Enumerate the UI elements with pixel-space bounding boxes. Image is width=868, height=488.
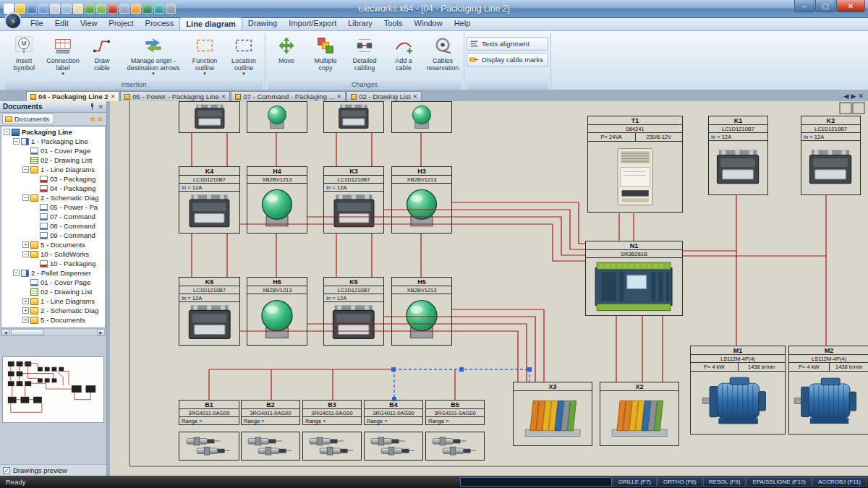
ribbon-button-texts-alignment[interactable]: Texts alignment [467,37,548,51]
tree-item-2-schematic-diag[interactable]: −2 - Schematic Diag [1,193,105,202]
tree-item-05-power-pa[interactable]: 05 - Power - Pa [1,202,105,212]
ribbon-button-display-cable-marks[interactable]: Display cable marks [467,53,548,67]
documents-category-button[interactable]: Documents [2,114,54,124]
open-icon[interactable] [15,4,25,14]
tree-item-09-command[interactable]: 09 - Command [1,231,105,240]
close-tab-icon[interactable]: ✕ [413,93,418,100]
expand-icon[interactable]: + [22,307,29,314]
tree-item-2-pallet-dispenser[interactable]: −2 - Pallet Dispenser [1,268,105,278]
document-tab-02-drawing-list[interactable]: 02 - Drawing List✕ [346,91,422,101]
menu-tab-view[interactable]: View [75,17,103,30]
wiring-layer[interactable] [110,101,868,476]
collapse-icon[interactable]: − [22,251,29,257]
ribbon-button-draw-cable[interactable]: Draw cable [83,33,121,80]
copy-icon[interactable] [119,4,129,14]
document-tab-07-command-packaging[interactable]: 07 - Command - Packaging ...✕ [231,91,346,101]
app-logo-icon[interactable]: ⚡ [4,12,22,30]
tree-item-1-packaging-line[interactable]: −1 - Packaging Line [1,137,105,146]
tree-item-02-drawing-list[interactable]: 02 - Drawing List [1,287,105,296]
ribbon-button-manage-origin-destination-arrows[interactable]: Manage origin - destination arrows▾ [122,33,184,80]
tab-scroll-icon[interactable]: ◀ [844,93,849,100]
tree-item-10-solidworks[interactable]: −10 - SolidWorks [1,249,105,259]
document-tab-05-power-packaging-line[interactable]: 05 - Power - Packaging Line✕ [120,91,230,101]
status-toggle-resol-f9[interactable]: RESOL (F9) [703,477,746,487]
favorites-star-icons[interactable]: ★★ [90,115,104,123]
tree-item-5-documents[interactable]: +5 - Documents [1,315,105,325]
close-tab-icon[interactable]: ✕ [221,93,226,100]
collapse-icon[interactable]: − [22,194,29,201]
collapse-icon[interactable]: − [13,270,20,276]
collapse-icon[interactable]: − [4,129,10,135]
ribbon-button-cables-reservation[interactable]: Cables reservation [424,33,461,80]
close-button[interactable]: ✕ [836,0,865,12]
pin-icon[interactable] [90,103,95,110]
scroll-right-icon[interactable]: ▶ [97,329,105,335]
collapse-icon[interactable]: − [22,166,29,173]
settings-icon[interactable] [166,4,176,14]
ribbon-button-move[interactable]: Move [268,33,305,80]
ribbon-button-multiple-copy[interactable]: Multiple copy [307,33,344,80]
status-toggle-epaissligne-f10[interactable]: EPAISSLIGNE (F10) [746,477,812,487]
close-all-tabs-icon[interactable]: ✕ [858,93,864,100]
tree-item-2-schematic-diag[interactable]: +2 - Schematic Diag [1,306,105,315]
menu-tab-help[interactable]: Help [448,17,477,30]
menu-tab-file[interactable]: File [25,17,49,30]
paste-icon[interactable] [131,4,141,14]
mail-icon[interactable] [73,4,83,14]
tree-item-08-command[interactable]: 08 - Command [1,221,105,231]
redo-icon[interactable] [96,4,106,14]
checkbox-checked-icon[interactable]: ✓ [3,467,10,474]
tree-item-04-packaging[interactable]: 04 - Packaging [1,184,105,193]
expand-icon[interactable]: + [22,317,29,323]
menu-tab-drawing[interactable]: Drawing [242,17,283,30]
menu-tab-process[interactable]: Process [140,17,180,30]
menu-tab-library[interactable]: Library [342,17,378,30]
tree-item-10-packaging[interactable]: 10 - Packaging [1,259,105,268]
expand-icon[interactable]: + [22,241,29,248]
print-icon[interactable] [50,4,60,14]
scrollbar-thumb[interactable] [11,329,44,335]
save-icon[interactable] [27,4,37,14]
menu-tab-line-diagram[interactable]: Line diagram [179,17,242,30]
drawings-preview-thumbnail[interactable] [2,356,104,423]
tree-item-1-line-diagrams[interactable]: −1 - Line Diagrams [1,165,105,174]
panel-close-icon[interactable]: ✕ [98,103,103,111]
drawings-preview-toggle[interactable]: ✓ Drawings preview [0,464,106,476]
document-tab-04-packaging-line-2[interactable]: 04 - Packaging Line 2✕ [26,91,119,101]
menu-tab-import-export[interactable]: Import/Export [283,17,342,30]
undo-icon[interactable] [85,4,95,14]
print-preview-icon[interactable] [61,4,72,14]
scroll-left-icon[interactable]: ◀ [1,329,9,335]
tree-item-03-packaging[interactable]: 03 - Packaging [1,174,105,184]
tree-item-packaging-line[interactable]: −Packaging Line [1,127,105,137]
cut-icon[interactable] [108,4,118,14]
tree-item-02-drawing-list[interactable]: 02 - Drawing List [1,155,105,165]
tree-item-5-documents[interactable]: +5 - Documents [1,240,105,249]
refresh-icon[interactable] [154,4,164,14]
menu-tab-project[interactable]: Project [103,17,139,30]
save-all-icon[interactable] [38,4,48,14]
ribbon-button-add-a-cable[interactable]: Add a cable [385,33,422,80]
expand-icon[interactable]: + [22,298,29,304]
menu-tab-tools[interactable]: Tools [378,17,409,30]
drawing-canvas[interactable]: K4LC1D1210B7In = 12AH4XB2BV1213K3LC1D121… [110,101,868,476]
menu-tab-window[interactable]: Window [409,17,448,30]
title-bar[interactable]: elecworks x64 - [04 - Packaging Line 2] … [0,0,868,18]
tree-item-1-line-diagrams[interactable]: +1 - Line Diagrams [1,296,105,306]
ribbon-button-insert-symbol[interactable]: MInsert Symbol [5,33,43,80]
status-toggle-accrobj-f11[interactable]: ACCROBJ (F11) [812,477,867,487]
tree-horizontal-scrollbar[interactable]: ◀ ▶ [1,328,106,336]
status-toggle-ortho-f8[interactable]: ORTHO (F8) [658,477,702,487]
maximize-button[interactable]: ▢ [815,0,835,12]
ribbon-button-location-outline[interactable]: Location outline▾ [225,33,263,80]
collapse-icon[interactable]: − [13,138,20,145]
close-tab-icon[interactable]: ✕ [111,93,116,100]
run-icon[interactable] [142,4,153,14]
tree-item-07-command[interactable]: 07 - Command [1,212,105,221]
tab-scroll-icon[interactable]: ▶ [851,93,856,100]
tree-item-01-cover-page[interactable]: 01 - Cover Page [1,146,105,155]
menu-tab-edit[interactable]: Edit [49,17,75,30]
ribbon-button-detailed-cabling[interactable]: Detailed cabling [346,33,383,80]
tree-item-01-cover-page[interactable]: 01 - Cover Page [1,278,105,287]
status-toggle-grille-f7[interactable]: GRILLE (F7) [613,477,657,487]
